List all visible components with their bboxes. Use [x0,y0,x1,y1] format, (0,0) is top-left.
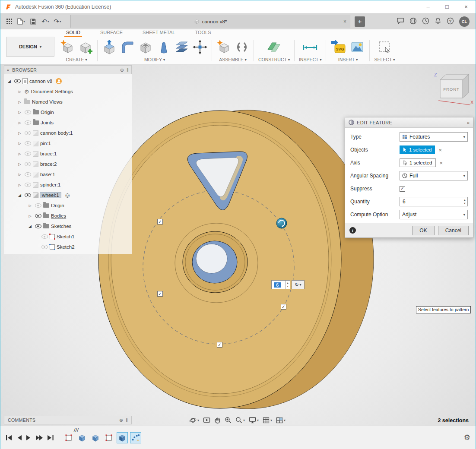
visibility-eye-icon[interactable] [24,171,31,177]
new-tab-button[interactable]: + [355,16,365,27]
type-dropdown[interactable]: Features ▾ [400,132,468,142]
panel-grip-icon[interactable]: ‖ [126,417,128,423]
tree-row[interactable]: Sketch2 [4,242,132,252]
move-copy-icon[interactable] [193,40,207,54]
spin-down-icon[interactable]: ▾ [464,202,465,205]
timeline-extrude-feature[interactable] [77,433,87,443]
suppress-checkbox[interactable]: ✓ [400,186,405,192]
save-button[interactable] [28,16,38,27]
visibility-eye-icon[interactable] [24,161,31,167]
combine-icon[interactable] [156,40,171,54]
browser-header[interactable]: « BROWSER ⊖ ‖ [4,65,132,74]
zoom-button[interactable] [225,417,232,424]
timeline-sketch-feature[interactable] [104,433,114,443]
chevron-right-icon[interactable]: ▷ [17,152,22,156]
visibility-eye-icon[interactable] [35,202,41,209]
visibility-eye-icon[interactable] [14,78,21,84]
tree-row[interactable]: ▷ base:1 [4,169,132,180]
workspace-switcher[interactable]: DESIGN ▾ [6,37,54,57]
axis-clear-icon[interactable]: × [439,160,443,166]
activate-radio-icon[interactable]: ◎ [65,192,70,198]
chevron-right-icon[interactable]: ▷ [17,142,22,145]
objects-selected-chip[interactable]: 1 selected [400,145,435,154]
extension-globe-icon[interactable] [409,17,417,26]
modify-menu[interactable]: MODIFY▾ [144,57,165,62]
visibility-eye-icon[interactable] [35,223,41,229]
close-button[interactable]: × [457,0,476,13]
chevron-right-icon[interactable]: ▷ [17,131,22,135]
tree-row[interactable]: ▷ Named Views [4,97,132,107]
pattern-instance-checkbox[interactable]: ✓ [281,304,286,310]
pattern-instance-checkbox[interactable]: ✓ [157,291,163,297]
panel-collapse-icon[interactable]: « [7,67,10,73]
chevron-right-icon[interactable]: ▷ [17,183,22,187]
visibility-eye-icon[interactable] [24,109,31,115]
angular-spacing-dropdown[interactable]: Full ▾ [400,171,468,180]
timeline-go-end-button[interactable] [47,435,54,441]
tab-close-icon[interactable]: × [343,19,346,25]
tree-row[interactable]: ▷ Joints [4,117,132,128]
tree-row[interactable]: Sketch1 [4,231,132,242]
add-comment-icon[interactable]: ⊕ [119,417,123,423]
pan-button[interactable] [214,417,221,424]
help-icon[interactable]: ? [447,17,454,26]
job-status-clock-icon[interactable] [422,17,429,26]
spin-up-icon[interactable]: ▴ [464,198,465,202]
fillet-icon[interactable] [120,40,135,54]
quantity-spinner[interactable]: ▴ ▾ [462,197,467,206]
tree-row[interactable]: ▷ Bodies [4,211,132,221]
visibility-eye-icon[interactable] [24,151,31,157]
undo-button[interactable]: ↶ ▾ [40,16,51,27]
tree-row[interactable]: ▷ ⚙ Document Settings [4,86,132,97]
visibility-eye-icon[interactable] [24,130,31,136]
quantity-input[interactable]: 6 ▴ ▾ [400,197,468,206]
info-icon[interactable]: i [349,227,356,234]
select-icon[interactable] [377,40,392,54]
tab-solid[interactable]: SOLID [64,30,82,37]
timeline-go-start-button[interactable] [6,435,13,441]
axis-selected-chip[interactable]: 1 selected [400,158,436,167]
tree-row[interactable]: ▷ Origin [4,200,132,211]
timeline-step-forward-button[interactable] [35,435,43,441]
grid-snap-button[interactable]: ▾ [263,417,272,424]
timeline-extrude-feature-selected[interactable] [117,433,127,443]
timeline-step-back-button[interactable] [16,435,22,441]
joint-icon[interactable] [235,40,249,54]
spin-down-icon[interactable]: ▾ [287,285,288,288]
collapse-all-icon[interactable]: ⊖ [120,67,124,73]
select-menu[interactable]: SELECT▾ [374,57,395,62]
press-pull-icon[interactable] [102,40,117,54]
angular-spacing-inline-button[interactable]: ↻ ▾ [292,280,305,289]
tree-row[interactable]: ▷ Origin [4,107,132,117]
visibility-eye-icon[interactable] [24,120,31,126]
cancel-button[interactable]: Cancel [438,226,469,235]
tree-row[interactable]: ▷ cannon body:1 [4,128,132,138]
tab-surface[interactable]: SURFACE [98,30,124,37]
expanded-icon[interactable]: ◢ [27,224,33,228]
assemble-menu[interactable]: ASSEMBLE▾ [219,57,247,62]
chevron-right-icon[interactable]: ▷ [17,100,22,104]
visibility-eye-icon[interactable] [41,234,48,240]
orbit-button[interactable]: ▾ [189,417,199,424]
visibility-eye-icon[interactable] [41,244,48,250]
viewports-button[interactable]: ▾ [276,417,286,424]
chevron-right-icon[interactable]: ▷ [17,173,22,177]
insert-canvas-image-icon[interactable] [349,40,365,54]
chevron-right-icon[interactable]: ▷ [17,121,22,125]
comments-bubble-icon[interactable] [397,17,404,25]
tree-row[interactable]: ◢ cannon v8 [4,76,132,86]
visibility-eye-icon[interactable] [24,140,31,146]
rotate-manipulator[interactable] [275,217,288,231]
pattern-instance-checkbox[interactable]: ✓ [157,219,163,224]
split-body-icon[interactable] [175,40,189,54]
document-tab[interactable]: cannon v8* × [70,15,350,28]
spin-up-icon[interactable]: ▴ [287,281,288,285]
shell-icon[interactable] [138,40,153,54]
comments-panel-header[interactable]: COMMENTS ⊕ ‖ [4,416,132,424]
view-cube[interactable]: Z FRONT X [427,70,474,111]
visibility-eye-icon[interactable] [35,213,41,219]
look-at-button[interactable] [203,417,210,424]
tab-sheet-metal[interactable]: SHEET METAL [141,30,177,37]
tab-tools[interactable]: TOOLS [193,30,213,37]
display-settings-button[interactable]: ▾ [249,417,259,424]
